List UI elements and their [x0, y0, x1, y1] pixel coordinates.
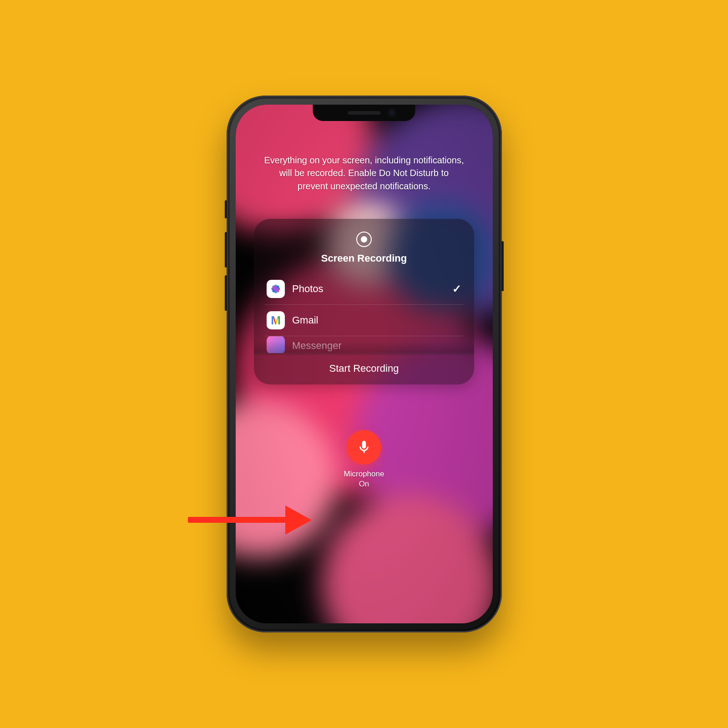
front-camera	[389, 110, 395, 116]
panel-title: Screen Recording	[321, 253, 407, 264]
earpiece-speaker	[348, 111, 380, 115]
microphone-label: Microphone	[344, 469, 384, 479]
app-label: Photos	[292, 283, 445, 295]
notch	[313, 105, 415, 121]
screen-recording-panel: Screen Recording	[254, 219, 474, 384]
volume-up-button	[225, 232, 227, 268]
app-label: Gmail	[292, 314, 461, 326]
microphone-toggle-button[interactable]	[347, 430, 381, 465]
microphone-icon	[356, 440, 372, 455]
start-recording-button[interactable]: Start Recording	[254, 353, 474, 384]
phone-frame: Everything on your screen, including not…	[227, 96, 502, 632]
destination-app-list[interactable]: Photos ✓ M Gmail Messenger	[254, 273, 474, 353]
record-icon	[356, 232, 372, 247]
app-label: Messenger	[292, 340, 461, 352]
recording-warning-text: Everything on your screen, including not…	[264, 154, 464, 192]
panel-header: Screen Recording	[254, 219, 474, 273]
microphone-status: On	[344, 479, 384, 489]
silent-switch	[225, 200, 227, 218]
app-row-messenger[interactable]: Messenger	[265, 336, 463, 353]
gmail-icon: M	[267, 311, 285, 329]
photos-icon	[267, 280, 285, 298]
power-button	[501, 241, 504, 291]
app-row-gmail[interactable]: M Gmail	[265, 304, 463, 336]
app-row-photos[interactable]: Photos ✓	[265, 273, 463, 304]
volume-down-button	[225, 275, 227, 311]
messenger-icon	[267, 336, 285, 353]
checkmark-icon: ✓	[452, 283, 461, 295]
phone-screen: Everything on your screen, including not…	[236, 105, 493, 623]
